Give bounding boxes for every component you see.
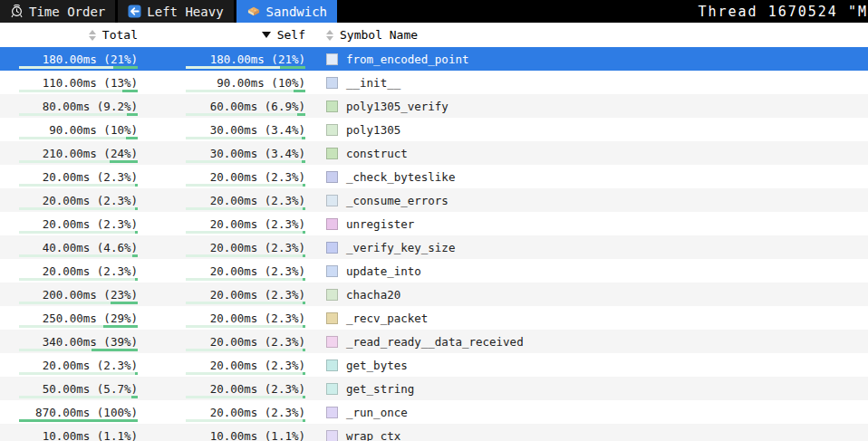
table-row[interactable]: 90.00ms (10%) 30.00ms (3.4%) poly1305: [0, 118, 868, 141]
self-cell: 20.00ms (2.3%): [138, 330, 305, 353]
total-value: 90.00ms (10%): [49, 123, 138, 137]
self-percent-bar: [186, 254, 305, 257]
symbol-color-swatch: [326, 124, 338, 136]
total-cell: 50.00ms (5.7%): [0, 377, 138, 400]
column-label: Self: [277, 28, 305, 42]
self-bar-fill: [303, 419, 305, 422]
total-cell: 20.00ms (2.3%): [0, 353, 138, 377]
self-cell: 20.00ms (2.3%): [138, 283, 305, 306]
total-bar-fill: [135, 278, 138, 281]
symbol-cell: poly1305: [305, 118, 868, 141]
self-value: 20.00ms (2.3%): [210, 170, 305, 184]
symbol-label: _check_byteslike: [346, 170, 455, 184]
self-cell: 60.00ms (6.9%): [138, 94, 305, 118]
total-cell: 10.00ms (1.1%): [0, 424, 138, 441]
self-cell: 20.00ms (2.3%): [138, 377, 305, 400]
symbol-label: wrap_ctx: [346, 429, 400, 441]
self-cell: 20.00ms (2.3%): [138, 212, 305, 235]
total-percent-bar: [19, 302, 138, 304]
column-header-symbol-name[interactable]: Symbol Name: [305, 28, 418, 42]
symbol-label: _recv_packet: [346, 312, 428, 325]
self-bar-fill: [303, 325, 305, 328]
total-percent-bar: [19, 419, 138, 422]
total-percent-bar: [19, 278, 138, 281]
total-percent-bar: [19, 160, 138, 163]
symbol-color-swatch: [326, 430, 338, 441]
table-row[interactable]: 180.00ms (21%) 180.00ms (21%) from_encod…: [0, 47, 868, 71]
table-row[interactable]: 110.00ms (13%) 90.00ms (10%) __init__: [0, 71, 868, 94]
self-bar-fill: [303, 372, 305, 375]
table-row[interactable]: 250.00ms (29%) 20.00ms (2.3%) _recv_pack…: [0, 306, 868, 330]
total-bar-fill: [92, 349, 138, 351]
speedscope-app: Time Order Left Heavy Sandw: [0, 0, 868, 441]
self-percent-bar: [186, 396, 305, 398]
symbol-color-swatch: [326, 77, 338, 89]
table-row[interactable]: 20.00ms (2.3%) 20.00ms (2.3%) update_int…: [0, 259, 868, 283]
total-percent-bar: [19, 396, 138, 398]
tab-label: Sandwich: [266, 5, 327, 19]
self-value: 20.00ms (2.3%): [210, 264, 305, 278]
symbol-label: _run_once: [346, 406, 408, 419]
table-row[interactable]: 10.00ms (1.1%) 10.00ms (1.1%) wrap_ctx: [0, 424, 868, 441]
self-bar-fill: [303, 184, 305, 187]
table-row[interactable]: 80.00ms (9.2%) 60.00ms (6.9%) poly1305_v…: [0, 94, 868, 118]
symbol-color-swatch: [326, 195, 338, 206]
symbol-color-swatch: [326, 148, 338, 159]
total-percent-bar: [19, 184, 138, 187]
total-percent-bar: [19, 207, 138, 210]
table-row[interactable]: 40.00ms (4.6%) 20.00ms (2.3%) _verify_ke…: [0, 235, 868, 259]
sandwich-icon: [246, 5, 261, 18]
self-cell: 30.00ms (3.4%): [138, 141, 305, 165]
total-bar-fill: [113, 66, 139, 69]
total-cell: 210.00ms (24%): [0, 141, 138, 165]
total-cell: 20.00ms (2.3%): [0, 188, 138, 212]
total-value: 340.00ms (39%): [43, 335, 138, 349]
table-row[interactable]: 210.00ms (24%) 30.00ms (3.4%) construct: [0, 141, 868, 165]
self-bar-fill: [280, 66, 305, 69]
self-percent-bar: [186, 325, 305, 328]
tab-left-heavy[interactable]: Left Heavy: [118, 0, 233, 23]
table-row[interactable]: 20.00ms (2.3%) 20.00ms (2.3%) unregister: [0, 212, 868, 235]
tab-time-order[interactable]: Time Order: [0, 0, 115, 23]
self-bar-fill: [294, 90, 305, 92]
symbol-label: construct: [346, 147, 408, 160]
column-header-total[interactable]: Total: [0, 28, 138, 42]
self-percent-bar: [186, 90, 305, 92]
symbol-label: from_encoded_point: [346, 53, 468, 66]
total-value: 10.00ms (1.1%): [43, 429, 138, 441]
self-bar-fill: [303, 349, 305, 351]
self-bar-fill: [297, 113, 305, 116]
table-row[interactable]: 200.00ms (23%) 20.00ms (2.3%) chacha20: [0, 283, 868, 306]
self-value: 20.00ms (2.3%): [210, 359, 305, 372]
table-body: 180.00ms (21%) 180.00ms (21%) from_encod…: [0, 47, 868, 441]
self-value: 20.00ms (2.3%): [210, 382, 305, 396]
tab-sandwich[interactable]: Sandwich: [236, 0, 337, 23]
symbol-color-swatch: [326, 289, 338, 301]
self-bar-fill: [303, 207, 305, 210]
table-row[interactable]: 870.00ms (100%) 20.00ms (2.3%) _run_once: [0, 400, 868, 424]
total-bar-fill: [110, 160, 138, 163]
sort-desc-icon-self: [262, 32, 271, 38]
total-value: 870.00ms (100%): [35, 406, 138, 419]
thread-selector[interactable]: Thread 1670524 "M: [690, 0, 868, 23]
table-row[interactable]: 20.00ms (2.3%) 20.00ms (2.3%) _consume_e…: [0, 188, 868, 212]
self-percent-bar: [186, 184, 305, 187]
table-row[interactable]: 50.00ms (5.7%) 20.00ms (2.3%) get_string: [0, 377, 868, 400]
table-row[interactable]: 340.00ms (39%) 20.00ms (2.3%) _read_read…: [0, 330, 868, 353]
self-cell: 20.00ms (2.3%): [138, 306, 305, 330]
total-percent-bar: [19, 231, 138, 234]
self-value: 20.00ms (2.3%): [210, 288, 305, 302]
column-header-self[interactable]: Self: [138, 28, 305, 42]
symbol-cell: get_string: [305, 377, 868, 400]
symbol-cell: wrap_ctx: [305, 424, 868, 441]
self-percent-bar: [186, 349, 305, 351]
tab-label: Left Heavy: [147, 5, 223, 19]
total-cell: 40.00ms (4.6%): [0, 235, 138, 259]
tab-label: Time Order: [29, 5, 105, 19]
table-row[interactable]: 20.00ms (2.3%) 20.00ms (2.3%) get_bytes: [0, 353, 868, 377]
total-bar-fill: [111, 302, 138, 304]
total-value: 110.00ms (13%): [43, 76, 138, 90]
self-value: 30.00ms (3.4%): [210, 123, 305, 137]
symbol-color-swatch: [326, 265, 338, 277]
table-row[interactable]: 20.00ms (2.3%) 20.00ms (2.3%) _check_byt…: [0, 165, 868, 188]
